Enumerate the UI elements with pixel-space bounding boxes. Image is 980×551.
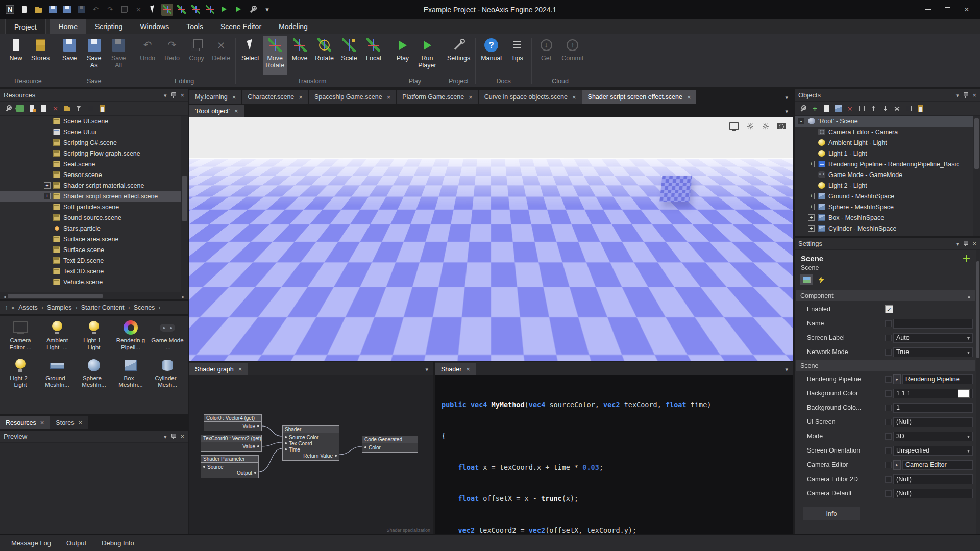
expander-icon[interactable]: - (798, 118, 804, 124)
close-icon[interactable] (972, 91, 976, 99)
quick-access-button[interactable] (104, 4, 116, 16)
status-item[interactable]: Output (66, 539, 86, 547)
pin-icon[interactable] (963, 240, 968, 247)
ribbon-button[interactable]: Copy (185, 36, 208, 75)
back-icon[interactable] (11, 304, 15, 311)
property-options-button[interactable] (885, 335, 892, 341)
checkbox[interactable] (885, 305, 893, 313)
toolbar-icon[interactable] (835, 105, 842, 112)
close-icon[interactable] (972, 240, 976, 247)
ribbon-button[interactable]: Select (238, 36, 262, 75)
property-field[interactable]: 1 1 1 (893, 389, 973, 398)
panel-menu-icon[interactable] (956, 240, 959, 247)
quick-access-button[interactable] (47, 4, 59, 16)
asset-item[interactable]: Ambient Light -... (39, 320, 76, 352)
property-options-button[interactable] (885, 433, 892, 440)
menu-tab[interactable]: Scene Editor (212, 19, 270, 34)
tree-item[interactable]: + Box - MeshInSpace (795, 212, 973, 223)
document-tab[interactable]: Platform Game.scene (397, 90, 478, 104)
breadcrumb-item[interactable]: Assets (18, 304, 38, 311)
tree-item[interactable]: Game Mode - GameMode (795, 169, 973, 180)
close-icon[interactable] (180, 433, 184, 440)
property-options-button[interactable] (885, 320, 892, 327)
ribbon-button[interactable]: Tips (505, 36, 529, 75)
tree-item[interactable]: Stars.particle (0, 223, 181, 234)
reference-expand-icon[interactable] (893, 460, 901, 470)
scrollbar-thumb[interactable] (974, 118, 979, 169)
property-options-button[interactable] (885, 405, 892, 411)
graph-node-shader[interactable]: Shader Source Color Tex Coord Time Retur… (282, 425, 339, 461)
expander-icon[interactable]: + (808, 193, 815, 199)
toolbar-icon[interactable] (28, 105, 36, 112)
ribbon-button[interactable]: Save (58, 36, 81, 75)
tree-item[interactable]: Scripting Flow graph.scene (0, 148, 181, 159)
viewport-3d[interactable] (189, 117, 793, 361)
tab-menu-icon[interactable] (780, 365, 793, 375)
minimize-button[interactable] (919, 3, 937, 16)
close-button[interactable] (958, 3, 976, 16)
panel-menu-icon[interactable] (164, 433, 167, 440)
quick-access-button[interactable] (76, 4, 87, 16)
up-level-icon[interactable] (5, 304, 8, 311)
dropdown-caret-icon[interactable] (967, 334, 970, 341)
scroll-right-icon[interactable] (180, 292, 186, 300)
breadcrumb-item[interactable]: Scenes (134, 304, 155, 311)
tree-item[interactable]: + Cylinder - MeshInSpace (795, 223, 973, 234)
graph-node-texcoord0[interactable]: TexCoord0 : Vector2 (get) Value (201, 435, 262, 452)
shader-graph-tab[interactable]: Shader graph (189, 363, 248, 375)
graph-input-pin[interactable]: Source Color (285, 434, 337, 440)
quick-access-button[interactable] (176, 4, 187, 16)
property-field[interactable]: True (893, 347, 973, 357)
close-icon[interactable] (238, 365, 242, 373)
tab-menu-icon[interactable] (780, 107, 793, 117)
asset-item[interactable]: Light 2 - Light (2, 358, 39, 389)
property-control[interactable]: 3D (885, 432, 973, 441)
vertical-scrollbar[interactable] (973, 116, 980, 236)
toolbar-icon[interactable] (823, 105, 830, 112)
shader-graph-canvas[interactable]: Color0 : Vector4 (get) Value TexCoord0 :… (189, 375, 433, 534)
ribbon-button[interactable]: Delete (209, 36, 233, 75)
graph-output-pin[interactable]: Value (206, 423, 259, 429)
toolbar-icon[interactable] (870, 105, 877, 112)
tree-item[interactable]: Camera Editor - Camera (795, 127, 973, 137)
info-button[interactable]: Info (803, 507, 860, 520)
toolbar-icon[interactable] (52, 105, 59, 112)
graph-node-code-generated[interactable]: Code Generated Color (362, 436, 418, 453)
graph-input-pin[interactable]: Time (285, 446, 337, 453)
collapse-icon[interactable] (968, 292, 970, 299)
tab-menu-icon[interactable] (420, 365, 433, 375)
ribbon-button[interactable]: Redo (160, 36, 184, 75)
toolbar-icon[interactable] (40, 105, 47, 112)
asset-item[interactable]: Game Mode -... (149, 320, 186, 352)
tree-item[interactable]: + Shader script screen effect.scene (0, 191, 181, 202)
properties-tab[interactable] (800, 274, 813, 285)
dropdown-caret-icon[interactable] (967, 447, 970, 454)
menu-tab[interactable]: Tools (178, 19, 212, 34)
property-field[interactable]: (Null) (893, 489, 973, 498)
expander-icon[interactable]: + (808, 204, 815, 210)
menu-tab[interactable]: Project (5, 19, 46, 34)
close-icon[interactable] (232, 93, 236, 101)
viewport-icon[interactable] (777, 123, 786, 129)
property-control[interactable]: Rendering Pipeline (885, 374, 973, 384)
document-tab[interactable]: My.learning (189, 90, 241, 104)
tree-item[interactable]: Ambient Light - Light (795, 137, 973, 148)
tab-overflow-icon[interactable] (780, 93, 793, 104)
tree-item[interactable]: Scene UI.scene (0, 116, 181, 127)
ribbon-button[interactable]: Move (288, 36, 311, 75)
tree-item[interactable]: Vehicle.scene (0, 277, 181, 287)
tree-item[interactable]: Seat.scene (0, 159, 181, 169)
close-icon[interactable] (687, 93, 691, 101)
asset-item[interactable]: Sphere - MeshIn... (76, 358, 112, 389)
scrollbar-thumb[interactable] (182, 176, 187, 221)
status-item[interactable]: Debug Info (102, 539, 134, 547)
expander-icon[interactable]: + (808, 214, 815, 221)
quick-access-button[interactable] (133, 4, 144, 16)
property-control[interactable]: (Null) (885, 474, 973, 484)
viewport-icon[interactable] (729, 122, 739, 130)
document-tab[interactable]: Shader script screen effect.scene (582, 90, 697, 104)
quick-access-button[interactable] (190, 4, 202, 16)
asset-item[interactable]: Ground - MeshIn... (39, 358, 76, 389)
property-options-button[interactable] (885, 349, 892, 356)
property-field[interactable]: (Null) (893, 474, 973, 484)
